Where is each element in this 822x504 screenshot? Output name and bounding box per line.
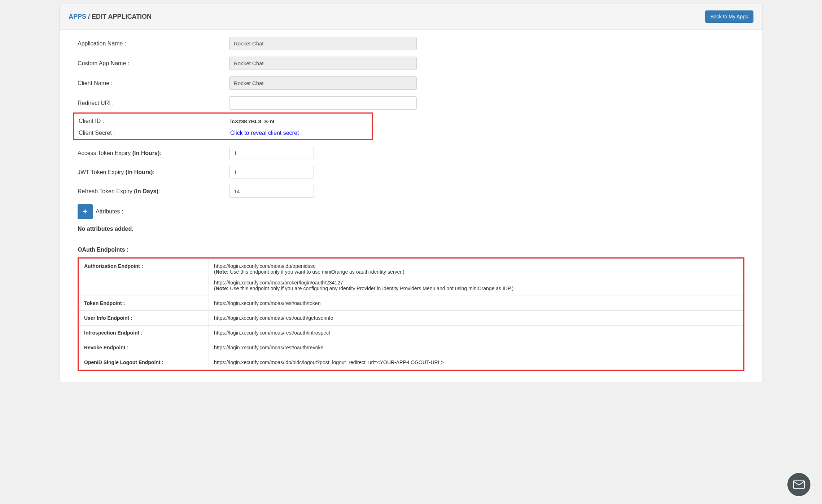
label-client-name: Client Name : xyxy=(78,80,229,87)
row-access-token-expiry: Access Token Expiry (In Hours): xyxy=(78,147,744,159)
endpoint-label: Authorization Endpoint : xyxy=(79,259,209,296)
row-application-name: Application Name : xyxy=(78,37,744,50)
label-client-id: Client ID : xyxy=(79,118,230,124)
row-custom-app-name: Custom App Name : xyxy=(78,57,744,70)
breadcrumb: APPS / EDIT APPLICATION xyxy=(69,13,152,21)
table-row-logout: OpenID Single Logout Endpoint : https://… xyxy=(79,355,743,370)
value-client-id: lcXz3K7BL3_S-nI xyxy=(230,118,275,124)
table-row-authorization: Authorization Endpoint : https://login.x… xyxy=(79,259,743,296)
edit-application-panel: APPS / EDIT APPLICATION Back to My Apps … xyxy=(59,4,763,382)
row-client-secret: Client Secret : Click to reveal client s… xyxy=(74,130,372,136)
oauth-endpoints-table: Authorization Endpoint : https://login.x… xyxy=(78,257,744,371)
reveal-client-secret-link[interactable]: Click to reveal client secret xyxy=(230,130,299,136)
endpoint-label: OpenID Single Logout Endpoint : xyxy=(79,355,209,370)
input-custom-app-name[interactable] xyxy=(229,57,417,70)
label-jwt-token-expiry: JWT Token Expiry (In Hours): xyxy=(78,169,229,176)
endpoint-value: https://login.xecurify.com/moas/idp/open… xyxy=(209,259,743,296)
no-attributes-text: No attributes added. xyxy=(78,226,744,232)
endpoint-label: Introspection Endpoint : xyxy=(79,326,209,340)
breadcrumb-current: EDIT APPLICATION xyxy=(92,13,152,20)
row-refresh-token-expiry: Refresh Token Expiry (In Days): xyxy=(78,185,744,198)
input-application-name[interactable] xyxy=(229,37,417,50)
panel-body: Application Name : Custom App Name : Cli… xyxy=(60,30,762,382)
endpoint-value: https://login.xecurify.com/moas/rest/oau… xyxy=(209,326,743,340)
oauth-endpoints-title: OAuth Endpoints : xyxy=(78,247,744,253)
back-to-apps-button[interactable]: Back to My Apps xyxy=(705,10,753,23)
endpoint-label: User Info Endpoint : xyxy=(79,311,209,326)
row-jwt-token-expiry: JWT Token Expiry (In Hours): xyxy=(78,166,744,178)
label-application-name: Application Name : xyxy=(78,40,229,47)
endpoint-label: Revoke Endpoint : xyxy=(79,340,209,355)
endpoint-label: Token Endpoint : xyxy=(79,296,209,311)
label-refresh-token-expiry: Refresh Token Expiry (In Days): xyxy=(78,188,229,195)
endpoint-value: https://login.xecurify.com/moas/rest/oau… xyxy=(209,340,743,355)
table-row-userinfo: User Info Endpoint : https://login.xecur… xyxy=(79,311,743,326)
panel-header: APPS / EDIT APPLICATION Back to My Apps xyxy=(60,4,762,30)
credentials-highlight: Client ID : lcXz3K7BL3_S-nI Client Secre… xyxy=(73,112,373,140)
label-attributes: Attributes : xyxy=(96,208,123,215)
table-row-token: Token Endpoint : https://login.xecurify.… xyxy=(79,296,743,311)
endpoint-value: https://login.xecurify.com/moas/rest/oau… xyxy=(209,311,743,326)
row-client-name: Client Name : xyxy=(78,76,744,90)
label-redirect-uri: Redirect URI : xyxy=(78,100,229,106)
input-refresh-token-expiry[interactable] xyxy=(229,185,314,198)
input-access-token-expiry[interactable] xyxy=(229,147,314,159)
row-redirect-uri: Redirect URI : xyxy=(78,96,744,110)
label-custom-app-name: Custom App Name : xyxy=(78,60,229,67)
endpoint-value: https://login.xecurify.com/moas/idp/oidc… xyxy=(209,355,743,370)
breadcrumb-sep: / xyxy=(86,13,92,20)
table-row-revoke: Revoke Endpoint : https://login.xecurify… xyxy=(79,340,743,355)
row-client-id: Client ID : lcXz3K7BL3_S-nI xyxy=(74,118,372,124)
row-attributes: + Attributes : xyxy=(78,204,744,219)
input-client-name[interactable] xyxy=(229,76,417,90)
table-row-introspection: Introspection Endpoint : https://login.x… xyxy=(79,326,743,340)
label-access-token-expiry: Access Token Expiry (In Hours): xyxy=(78,150,229,156)
label-client-secret: Client Secret : xyxy=(79,130,230,136)
apps-link[interactable]: APPS xyxy=(69,13,86,20)
input-redirect-uri[interactable] xyxy=(229,96,417,110)
add-attribute-button[interactable]: + xyxy=(78,204,93,219)
endpoint-value: https://login.xecurify.com/moas/rest/oau… xyxy=(209,296,743,311)
input-jwt-token-expiry[interactable] xyxy=(229,166,314,178)
